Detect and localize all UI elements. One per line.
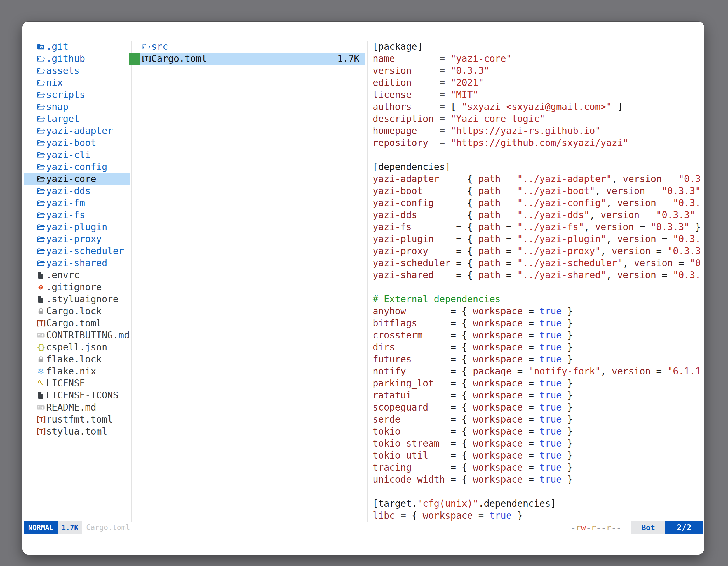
entry-label: CONTRIBUTING.md — [46, 329, 130, 341]
preview-line: tokio-util = { workspace = true } — [373, 449, 703, 461]
entry-label: Cargo.toml — [151, 53, 207, 65]
dir-row-scripts[interactable]: scripts — [24, 89, 130, 101]
dir-row-yazi-fs[interactable]: yazi-fs — [24, 209, 130, 221]
file-counter-badge: 2/2 — [665, 521, 703, 534]
dir-row-yazi-scheduler[interactable]: yazi-scheduler — [24, 245, 130, 257]
entry-label: yazi-plugin — [46, 221, 107, 233]
entry-label: snap — [46, 101, 68, 113]
preview-line: tokio = { workspace = true } — [373, 425, 703, 437]
entry-label: cspell.json — [46, 341, 107, 353]
file-row-cspell-json[interactable]: {}cspell.json — [24, 341, 130, 353]
key-icon — [36, 377, 46, 389]
dir-row-yazi-adapter[interactable]: yazi-adapter — [24, 125, 130, 137]
preview-line: bitflags = { workspace = true } — [373, 317, 703, 329]
dir-row-target[interactable]: target — [24, 113, 130, 125]
preview-line: ratatui = { workspace = true } — [373, 389, 703, 401]
folder-open-icon — [36, 101, 46, 113]
toml-icon: [T] — [141, 53, 151, 65]
preview-line — [373, 485, 703, 497]
preview-line: yazi-proxy = { path = "../yazi-proxy", v… — [373, 245, 703, 257]
dir-row--github[interactable]: .github — [24, 53, 130, 65]
toml-icon: [T] — [36, 413, 46, 425]
marker-spacer — [129, 41, 140, 53]
preview-line: yazi-scheduler = { path = "../yazi-sched… — [373, 257, 703, 269]
folder-open-icon — [36, 77, 46, 89]
preview-line: [package] — [373, 41, 703, 53]
preview-line: yazi-shared = { path = "../yazi-shared",… — [373, 269, 703, 281]
folder-open-icon — [36, 245, 46, 257]
dir-row-yazi-fm[interactable]: yazi-fm — [24, 197, 130, 209]
file-row-license[interactable]: LICENSE — [24, 377, 130, 389]
entry-label: .envrc — [46, 269, 79, 281]
folder-open-icon — [36, 209, 46, 221]
entry-label: stylua.toml — [46, 425, 107, 437]
parent-directory-pane: .git.githubassetsnixscriptssnaptargetyaz… — [24, 41, 130, 437]
preview-line: yazi-fs = { path = "../yazi-fs", version… — [373, 221, 703, 233]
preview-line — [373, 281, 703, 293]
folder-open-icon — [36, 185, 46, 197]
folder-open-icon — [36, 197, 46, 209]
entry-label: yazi-cli — [46, 149, 91, 161]
file-row-cargo-toml[interactable]: [T]Cargo.toml — [24, 317, 130, 329]
dir-row-nix[interactable]: nix — [24, 77, 130, 89]
entry-label: nix — [46, 77, 63, 89]
entry-label: yazi-dds — [46, 185, 91, 197]
file-icon — [36, 293, 46, 305]
dir-row-assets[interactable]: assets — [24, 65, 130, 77]
entry-label: .gitignore — [46, 281, 102, 293]
file-row-flake-lock[interactable]: flake.lock — [24, 353, 130, 365]
file-row-stylua-toml[interactable]: [T]stylua.toml — [24, 425, 130, 437]
entry-label: assets — [46, 65, 79, 77]
file-permissions: -rw-r--r-- — [571, 521, 621, 534]
file-row--styluaignore[interactable]: .styluaignore — [24, 293, 130, 305]
entry-label: yazi-config — [46, 161, 107, 173]
folder-open-icon — [36, 257, 46, 269]
dir-row-snap[interactable]: snap — [24, 101, 130, 113]
file-row-contributing-md[interactable]: CONTRIBUTING.md — [24, 329, 130, 341]
file-row-readme-md[interactable]: README.md — [24, 401, 130, 413]
file-row-license-icons[interactable]: LICENSE-ICONS — [24, 389, 130, 401]
folder-open-icon — [36, 53, 46, 65]
entry-label: .styluaignore — [46, 293, 118, 305]
file-row--gitignore[interactable]: .gitignore — [24, 281, 130, 293]
folder-open-icon — [141, 41, 151, 53]
preview-line: [dependencies] — [373, 161, 703, 173]
dir-row-yazi-boot[interactable]: yazi-boot — [24, 137, 130, 149]
file-row-rustfmt-toml[interactable]: [T]rustfmt.toml — [24, 413, 130, 425]
dir-row-yazi-dds[interactable]: yazi-dds — [24, 185, 130, 197]
entry-label: yazi-fs — [46, 209, 85, 221]
entry-label: LICENSE-ICONS — [46, 389, 118, 401]
folder-open-icon — [36, 149, 46, 161]
dir-row-yazi-plugin[interactable]: yazi-plugin — [24, 221, 130, 233]
entry-label: README.md — [46, 401, 96, 413]
dir-row-yazi-shared[interactable]: yazi-shared — [24, 257, 130, 269]
current-directory-pane: src[T]Cargo.toml1.7K — [129, 41, 365, 65]
dir-row-yazi-config[interactable]: yazi-config — [24, 161, 130, 173]
entry-label: flake.nix — [46, 365, 96, 377]
scroll-position-badge: Bot — [631, 521, 665, 534]
dir-row--git[interactable]: .git — [24, 41, 130, 53]
folder-open-icon — [36, 233, 46, 245]
entry-label: scripts — [46, 89, 85, 101]
preview-line: serde = { workspace = true } — [373, 413, 703, 425]
preview-line: tokio-stream = { workspace = true } — [373, 437, 703, 449]
preview-line: yazi-config = { path = "../yazi-config",… — [373, 197, 703, 209]
folder-open-icon — [36, 137, 46, 149]
file-row-flake-nix[interactable]: ❄flake.nix — [24, 365, 130, 377]
status-bar: NORMAL 1.7K Cargo.toml -rw-r--r-- Bot 2/… — [22, 521, 704, 534]
dir-row-src[interactable]: src — [129, 41, 365, 53]
preview-line: license = "MIT" — [373, 89, 703, 101]
preview-line — [373, 149, 703, 161]
dir-row-yazi-proxy[interactable]: yazi-proxy — [24, 233, 130, 245]
preview-line: authors = [ "sxyazi <sxyazi@gmail.com>" … — [373, 101, 703, 113]
file-row--envrc[interactable]: .envrc — [24, 269, 130, 281]
file-row-cargo-lock[interactable]: Cargo.lock — [24, 305, 130, 317]
json-icon: {} — [36, 341, 46, 353]
dir-row-yazi-core[interactable]: yazi-core — [24, 173, 130, 185]
entry-label: flake.lock — [46, 353, 102, 365]
file-row-cargo-toml[interactable]: [T]Cargo.toml1.7K — [129, 53, 365, 65]
entry-label: target — [46, 113, 79, 125]
folder-open-icon — [36, 125, 46, 137]
entry-label: .git — [46, 41, 68, 53]
dir-row-yazi-cli[interactable]: yazi-cli — [24, 149, 130, 161]
